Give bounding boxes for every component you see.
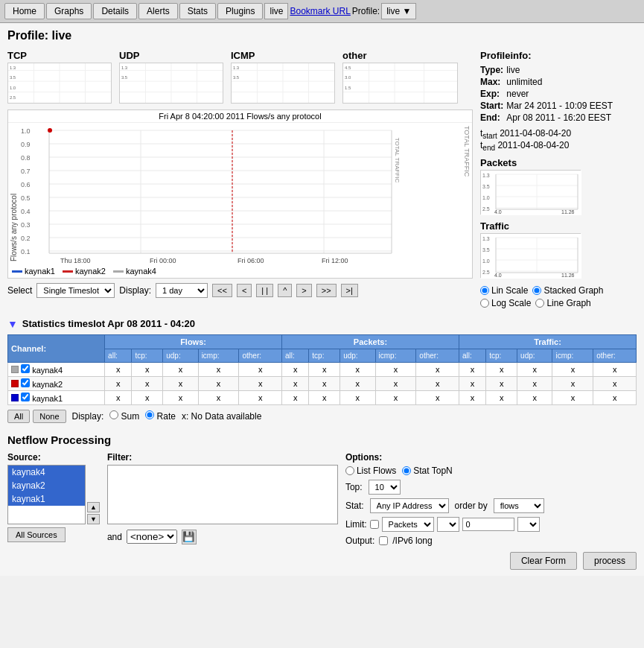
plugins-button[interactable]: Plugins — [217, 3, 263, 19]
kaynak4-checkbox[interactable] — [21, 364, 30, 373]
netflow-section: Netflow Processing Source: kaynak4 kayna… — [7, 433, 637, 570]
process-button[interactable]: process — [583, 552, 637, 570]
none-button[interactable]: None — [33, 410, 66, 423]
source-item-kaynak2[interactable]: kaynak2 — [8, 479, 85, 492]
timeslot-select[interactable]: Single Timeslot — [36, 283, 115, 298]
bookmark-url-link[interactable]: Bookmark URL — [290, 6, 350, 16]
k2-f-icmp: x — [198, 376, 239, 390]
source-item-kaynak1[interactable]: kaynak1 — [8, 492, 85, 506]
k1-f-all: x — [105, 390, 132, 404]
traffic-tcp-header: tcp: — [486, 349, 517, 362]
main-graph-svg[interactable]: 1.0 0.9 0.8 0.7 0.6 0.5 0.4 0.3 0.2 0.1 — [19, 123, 399, 264]
nav-pause-button[interactable]: | | — [256, 284, 273, 297]
filter-none-select[interactable]: <none> — [127, 530, 177, 544]
alerts-button[interactable]: Alerts — [138, 3, 178, 19]
dash-select[interactable]: - — [517, 517, 540, 532]
svg-text:Fri 06:00: Fri 06:00 — [237, 257, 264, 264]
nav-up-button[interactable]: ^ — [278, 284, 292, 297]
k1-t-udp: x — [517, 390, 552, 404]
display-select[interactable]: 1 day 1 week 1 month — [156, 283, 208, 298]
clear-form-button[interactable]: Clear Form — [510, 552, 577, 570]
other-graph[interactable]: 4.5 3.0 1.5 — [342, 63, 458, 104]
filter-save-button[interactable]: 💾 — [182, 530, 197, 544]
list-flows-radio[interactable] — [345, 466, 354, 475]
nav-fast-forward-button[interactable]: >> — [316, 284, 337, 297]
source-list[interactable]: kaynak4 kaynak2 kaynak1 — [7, 465, 86, 524]
line-graph-radio[interactable] — [535, 299, 544, 308]
source-item-kaynak4[interactable]: kaynak4 — [8, 466, 85, 479]
log-scale-option[interactable]: Log Scale — [480, 298, 531, 308]
sum-option[interactable]: Sum — [109, 410, 139, 422]
packets-select[interactable]: Packets Traffic — [382, 517, 434, 532]
icmp-graph[interactable]: 1.3 3.5 — [231, 63, 335, 104]
kaynak4-cell: kaynak4 — [8, 362, 105, 376]
log-scale-radio[interactable] — [480, 299, 489, 308]
tend-sub: end — [482, 144, 495, 153]
rate-option[interactable]: Rate — [145, 410, 176, 422]
protocol-row: TCP 1.3 3.5 1.0 — [7, 50, 473, 104]
stat-select[interactable]: Any IP Address Source IP Destination IP — [370, 498, 449, 513]
nav-last-button[interactable]: >| — [341, 284, 358, 297]
kaynak2-checkbox[interactable] — [21, 378, 30, 387]
svg-rect-29 — [343, 63, 457, 103]
stat-topn-radio[interactable] — [402, 466, 411, 475]
top-select[interactable]: 10 20 50 — [369, 480, 401, 495]
home-button[interactable]: Home — [4, 3, 45, 19]
profile-title: Profile: live — [7, 29, 637, 42]
kaynak2-name: kaynak2 — [32, 380, 63, 389]
traffic-graph[interactable]: 1.3 3.5 1.0 2.5 4.0 11.26 — [480, 233, 581, 278]
packets-graph[interactable]: 1.3 3.5 1.0 2.5 4.0 11.26 — [480, 170, 581, 215]
scroll-down-button[interactable]: ▼ — [87, 514, 100, 524]
tcp-graph[interactable]: 1.3 3.5 1.0 2.5 — [7, 63, 112, 104]
limit-input[interactable] — [462, 518, 514, 531]
k4-p-icmp: x — [375, 362, 416, 376]
legend-color-kaynak2 — [63, 270, 73, 273]
nav-prev-button[interactable]: < — [237, 284, 252, 297]
udp-graph[interactable]: 1.3 3.5 — [119, 63, 223, 104]
k4-f-icmp: x — [198, 362, 239, 376]
scale-row-1: Lin Scale Stacked Graph — [480, 285, 637, 296]
nav-first-button[interactable]: << — [212, 284, 232, 297]
table-row: kaynak4 x x x x x x x x x x x x x x x — [8, 362, 637, 376]
flows-icmp-header: icmp: — [198, 349, 239, 362]
limit-checkbox[interactable] — [370, 520, 379, 529]
stats-button[interactable]: Stats — [179, 3, 216, 19]
order-select[interactable]: flows packets traffic — [494, 498, 544, 513]
flows-other-header: other: — [239, 349, 282, 362]
sum-radio[interactable] — [109, 410, 118, 419]
end-value: Apr 08 2011 - 16:20 EEST — [506, 112, 616, 124]
tstart-sub: start — [482, 132, 497, 140]
output-label: Output: — [345, 536, 374, 546]
display-label: Display: — [119, 285, 151, 296]
k1-t-tcp: x — [486, 390, 517, 404]
svg-text:2.5: 2.5 — [482, 206, 490, 212]
all-button[interactable]: All — [7, 410, 30, 423]
kaynak4-color-dot — [11, 366, 19, 373]
k4-t-all: x — [459, 362, 485, 376]
nav-next-button[interactable]: > — [296, 284, 311, 297]
svg-text:Fri 12:00: Fri 12:00 — [322, 257, 348, 264]
rate-radio[interactable] — [145, 410, 154, 419]
right-axis-label: TOTAL TRAFFIC — [462, 123, 472, 264]
other-block: other 4.5 3.0 1.5 — [342, 50, 458, 104]
details-button[interactable]: Details — [93, 3, 137, 19]
stacked-graph-option[interactable]: Stacked Graph — [532, 285, 603, 296]
ipv6-label: /IPv6 long — [392, 536, 432, 546]
filter-textarea[interactable] — [107, 465, 338, 524]
stacked-graph-radio[interactable] — [532, 286, 541, 295]
live-dropdown-button[interactable]: live ▼ — [381, 3, 416, 19]
output-checkbox[interactable] — [379, 536, 388, 545]
gt-select[interactable]: > < — [437, 517, 459, 532]
lin-scale-radio[interactable] — [480, 286, 489, 295]
graphs-button[interactable]: Graphs — [46, 3, 92, 19]
line-graph-option[interactable]: Line Graph — [535, 298, 590, 308]
all-sources-button[interactable]: All Sources — [7, 527, 66, 542]
stat-topn-option[interactable]: Stat TopN — [402, 466, 452, 476]
list-flows-option[interactable]: List Flows — [345, 466, 396, 476]
scroll-up-button[interactable]: ▲ — [87, 502, 100, 512]
lin-scale-option[interactable]: Lin Scale — [480, 285, 528, 296]
kaynak1-checkbox[interactable] — [21, 393, 30, 401]
k1-f-tcp: x — [132, 390, 163, 404]
netflow-title: Netflow Processing — [7, 433, 637, 446]
svg-text:3.5: 3.5 — [121, 75, 127, 80]
